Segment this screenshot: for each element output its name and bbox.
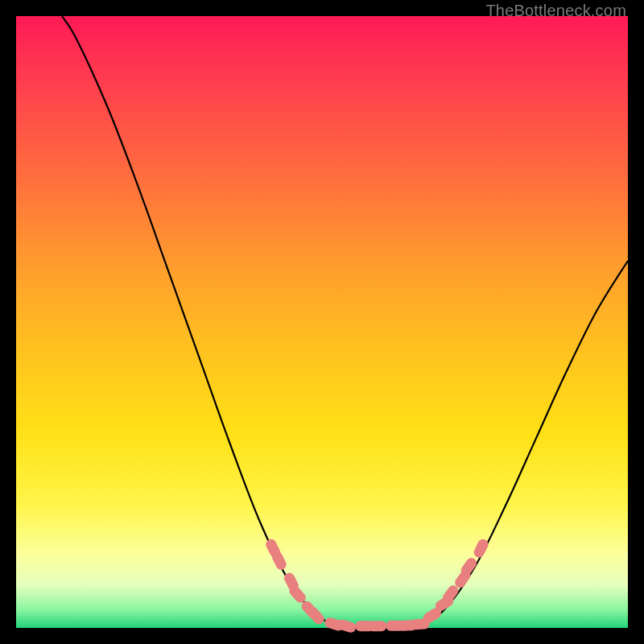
highlight-marker [472, 538, 489, 559]
chart-svg [16, 16, 628, 628]
plot-area [16, 16, 628, 628]
highlight-marker [367, 621, 386, 631]
chart-frame: TheBottleneck.com [0, 0, 644, 644]
highlight-markers [264, 538, 490, 634]
bottleneck-curve [62, 16, 628, 626]
